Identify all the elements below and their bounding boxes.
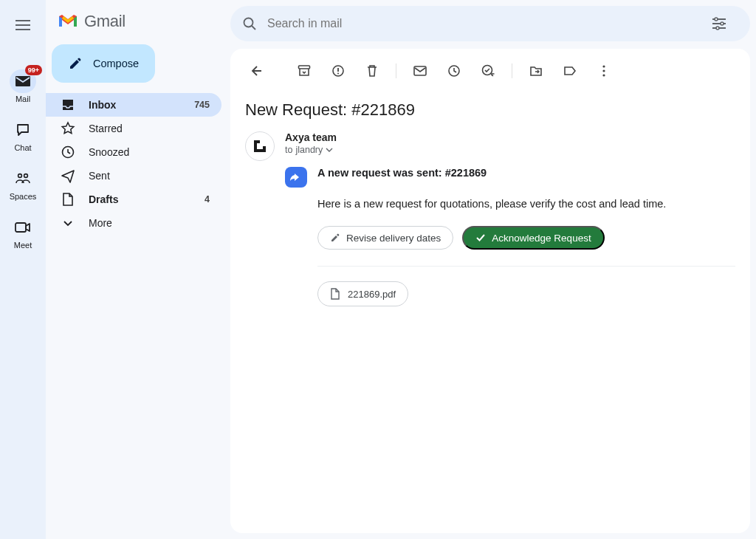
nav-count: 4 [205,194,210,205]
gmail-logo-icon [58,13,78,30]
rail-label: Mail [16,95,30,103]
clock-icon [447,64,461,78]
star-icon [61,121,75,136]
nav-label: Snoozed [89,146,129,158]
sender-name: Axya team [285,131,337,143]
revise-dates-button[interactable]: Revise delivery dates [317,226,453,250]
archive-icon [298,64,311,78]
svg-point-7 [716,27,719,30]
search-input[interactable] [267,17,694,30]
mark-unread-button[interactable] [405,58,435,84]
inbox-icon [61,97,75,112]
svg-point-4 [244,18,253,27]
brand[interactable]: Gmail [46,7,230,44]
nav-count: 745 [194,100,210,110]
spam-icon [331,64,345,78]
document-icon [330,288,340,300]
svg-point-15 [602,69,605,72]
rail-label: Meet [14,241,32,250]
folder-move-icon [529,65,543,77]
labels-button[interactable] [555,58,585,84]
nav-item-snoozed[interactable]: Snoozed [46,140,221,164]
attachment-name: 221869.pdf [348,289,396,300]
nav-label: Sent [89,170,110,182]
search-options-button[interactable] [704,9,734,38]
draft-icon [61,192,75,207]
acknowledge-button[interactable]: Acknowledge Request [462,226,604,250]
rail-item-spaces[interactable]: Spaces [2,162,44,207]
arrow-left-icon [248,63,263,78]
archive-button[interactable] [289,58,319,84]
nav-item-sent[interactable]: Sent [46,164,221,188]
pencil-icon [330,233,340,243]
label-icon [563,66,577,76]
attachment-chip[interactable]: 221869.pdf [317,281,408,306]
message-toolbar [230,56,750,95]
more-actions-button[interactable] [589,58,619,84]
message-pane: New Request: #221869 Axya team to jlandr… [230,49,750,533]
nav-item-inbox[interactable]: Inbox 745 [46,93,221,117]
report-spam-button[interactable] [323,58,353,84]
main-menu-button[interactable] [8,10,38,40]
company-logo-icon [252,138,268,154]
mail-icon [15,75,31,88]
trash-icon [366,64,378,78]
nav-label: More [89,217,112,229]
app-rail: 99+ Mail Chat Spaces Meet [0,0,46,539]
compose-button[interactable]: Compose [52,44,155,83]
sidebar: Gmail Compose Inbox 745 Starred Snoozed [46,0,230,539]
move-to-button[interactable] [521,58,551,84]
revise-label: Revise delivery dates [346,233,441,244]
main: New Request: #221869 Axya team to jlandr… [230,0,756,539]
delete-button[interactable] [357,58,387,84]
svg-point-16 [602,74,605,76]
acknowledge-label: Acknowledge Request [492,233,591,244]
email-headline: A new request was sent: #221869 [317,167,735,179]
dropdown-icon [326,148,333,152]
svg-point-14 [602,65,605,67]
snooze-button[interactable] [439,58,469,84]
check-icon [475,233,486,242]
svg-point-5 [715,18,718,21]
meet-icon [15,222,31,233]
chevron-down-icon [62,217,74,229]
sender-avatar[interactable] [245,131,275,161]
unread-badge: 99+ [25,65,42,75]
nav-item-drafts[interactable]: Drafts 4 [46,188,221,211]
clock-icon [61,145,75,159]
rail-label: Spaces [10,192,37,201]
svg-point-1 [24,174,28,178]
search-bar[interactable] [230,6,750,41]
spaces-icon [15,172,31,185]
add-task-button[interactable] [473,58,503,84]
nav-item-more[interactable]: More [46,211,221,235]
rail-item-chat[interactable]: Chat [2,114,44,158]
chat-icon [16,123,30,137]
email-subject: New Request: #221869 [230,95,750,131]
rail-item-meet[interactable]: Meet [2,211,44,255]
compose-label: Compose [93,58,139,69]
svg-rect-2 [16,223,26,232]
svg-rect-8 [299,66,310,69]
recipient-name: jlandry [295,145,323,155]
back-button[interactable] [241,58,270,84]
more-vert-icon [602,65,605,77]
svg-point-10 [337,73,339,75]
rail-item-mail[interactable]: 99+ Mail [2,65,44,109]
nav-label: Drafts [89,193,118,205]
folder-nav: Inbox 745 Starred Snoozed Sent Drafts 4 [46,93,230,235]
tune-icon [712,17,726,30]
pencil-icon [68,56,83,71]
nav-item-starred[interactable]: Starred [46,117,221,140]
email-body: Here is a new request for quotations, pl… [317,198,735,210]
toolbar-separator [512,63,512,78]
svg-rect-11 [414,66,426,75]
forward-arrow-icon [290,172,302,182]
send-icon [61,168,75,183]
mail-outline-icon [413,66,427,76]
to-prefix: to [285,145,292,155]
search-icon [242,16,257,31]
task-icon [481,64,495,78]
recipient-row[interactable]: to jlandry [285,145,735,155]
brand-text: Gmail [84,12,126,31]
